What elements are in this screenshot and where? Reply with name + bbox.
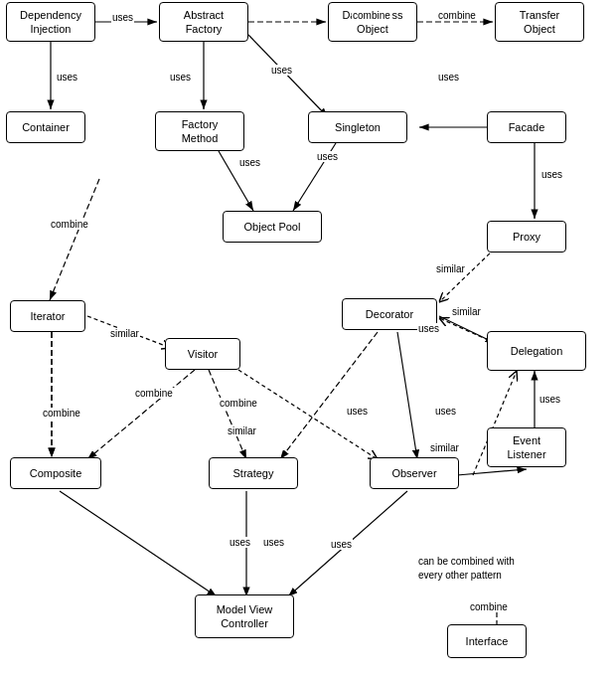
- node-proxy: Proxy: [487, 221, 566, 253]
- svg-line-19: [87, 370, 195, 459]
- label-uses-14: uses: [262, 537, 285, 548]
- label-similar-4: similar: [227, 425, 257, 436]
- node-facade: Facade: [487, 111, 566, 143]
- label-uses-11: uses: [346, 406, 369, 417]
- label-uses-3: uses: [169, 72, 192, 83]
- svg-line-12: [50, 179, 99, 300]
- node-event-listener: EventListener: [487, 427, 566, 467]
- node-strategy: Strategy: [209, 457, 298, 489]
- svg-line-25: [457, 469, 527, 475]
- label-uses-8: uses: [540, 169, 563, 180]
- node-model-view-controller: Model ViewController: [195, 594, 294, 638]
- node-transfer-object: TransferObject: [495, 2, 584, 42]
- label-uses-4: uses: [270, 65, 293, 76]
- label-similar-2: similar: [451, 306, 482, 317]
- label-uses-15: uses: [330, 539, 353, 550]
- label-combine-1: combine: [352, 10, 391, 21]
- svg-line-6: [248, 35, 328, 117]
- node-singleton: Singleton: [308, 111, 407, 143]
- label-uses-2: uses: [56, 72, 78, 83]
- label-combine-6: combine: [219, 398, 258, 409]
- node-composite: Composite: [10, 457, 101, 489]
- svg-line-20: [209, 370, 246, 459]
- label-similar-5: similar: [429, 442, 460, 453]
- node-iterator: Iterator: [10, 300, 85, 332]
- label-combine-7: combine: [469, 601, 509, 612]
- node-container: Container: [6, 111, 85, 143]
- node-abstract-factory: AbstractFactory: [159, 2, 248, 42]
- label-uses-1: uses: [111, 12, 134, 23]
- node-factory-method: FactoryMethod: [155, 111, 244, 151]
- label-similar-1: similar: [435, 263, 466, 274]
- label-uses-6: uses: [238, 157, 261, 168]
- svg-line-22: [280, 332, 378, 459]
- node-dependency-injection: Dependency Injection: [6, 2, 95, 42]
- node-observer: Observer: [370, 457, 459, 489]
- node-delegation: Delegation: [487, 331, 586, 371]
- label-uses-5: uses: [437, 72, 460, 83]
- label-similar-3: similar: [109, 328, 140, 339]
- svg-line-23: [397, 332, 417, 459]
- svg-line-26: [60, 491, 217, 596]
- node-visitor: Visitor: [165, 338, 240, 370]
- label-uses-12: uses: [434, 406, 457, 417]
- label-combine-3: combine: [50, 219, 89, 230]
- diagram: Dependency Injection AbstractFactory Dat…: [0, 0, 616, 677]
- svg-line-13: [439, 249, 495, 302]
- label-combine-2: combine: [437, 10, 477, 21]
- label-uses-7: uses: [316, 151, 339, 162]
- label-combine-4: combine: [42, 408, 81, 419]
- label-uses-10: uses: [539, 394, 561, 405]
- label-uses-13: uses: [229, 537, 251, 548]
- label-uses-9: uses: [417, 323, 440, 334]
- label-combine-5: combine: [134, 388, 174, 399]
- label-can-be-combined: can be combined withevery other pattern: [417, 555, 516, 583]
- node-data-access-object: Data AccessObject: [328, 2, 417, 42]
- node-object-pool: Object Pool: [223, 211, 322, 243]
- node-interface: Interface: [447, 624, 527, 658]
